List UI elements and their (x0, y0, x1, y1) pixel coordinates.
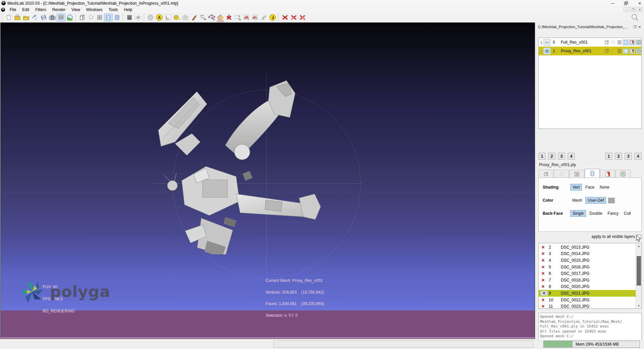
tab-points-icon[interactable] (554, 170, 569, 178)
raster-row[interactable]: ✕4DSC_0015.JPG (539, 257, 636, 264)
move-arrow-icon[interactable] (260, 13, 268, 21)
save-viewpoint-4[interactable]: 4 (568, 153, 575, 160)
scrollbar-thumb[interactable] (637, 256, 641, 286)
tab-smooth-icon[interactable] (585, 169, 600, 178)
layer-bbox-icon[interactable] (604, 48, 609, 54)
remove-raster-icon[interactable]: ✕ (541, 245, 549, 250)
show-layer-dialog-icon[interactable] (57, 13, 65, 21)
color-mesh-button[interactable]: Mesh (570, 197, 584, 203)
mdi-close-button[interactable]: ✕ (637, 7, 643, 12)
menu-tools[interactable]: Tools (106, 7, 121, 12)
3d-viewport[interactable]: polyga FOV: 60 FPS: 56.5 BO_RENDERING Cu… (0, 22, 535, 339)
remove-raster-icon[interactable]: ✕ (541, 271, 549, 276)
delete-mesh-icon-3[interactable] (298, 13, 307, 21)
raster-row[interactable]: ✕5DSC_0016.JPG (539, 264, 636, 270)
layer-color-icon[interactable] (629, 40, 635, 45)
raster-scrollbar[interactable]: ▲ ▼ (636, 243, 641, 308)
layer-row-full-res[interactable]: ❯ 0 Full_Res_v001 (539, 38, 641, 47)
dock-title-bar[interactable]: C:/Meshlab_Projection_Tutorial/Meshlab_P… (536, 23, 644, 30)
select-all-faces-icon[interactable] (251, 13, 260, 21)
select-rect-icon[interactable] (233, 13, 242, 21)
layer-smooth-icon[interactable] (623, 48, 629, 54)
georef-apple-icon[interactable]: GEOREF (216, 13, 225, 21)
select-faces-icon[interactable] (242, 13, 251, 21)
mdi-restore-button[interactable]: ❐ (630, 7, 636, 12)
bbox-icon[interactable] (78, 13, 87, 21)
points-icon[interactable] (87, 13, 95, 21)
snapshot-camera-icon[interactable] (48, 13, 57, 21)
close-button[interactable] (637, 1, 642, 6)
raster-align-icon[interactable] (207, 13, 216, 21)
info-icon[interactable]: i (268, 13, 277, 21)
menu-render[interactable]: Render (49, 7, 68, 12)
scroll-up-icon[interactable]: ▲ (636, 243, 642, 249)
remove-raster-icon[interactable]: ✕ (541, 304, 549, 309)
layer-stack-icon[interactable] (125, 13, 134, 21)
layer-points-icon[interactable] (610, 48, 616, 54)
expand-arrow-icon[interactable]: ❯ (539, 49, 543, 53)
layer-color-icon[interactable] (629, 48, 635, 54)
new-document-icon[interactable] (4, 13, 13, 21)
axis-icon[interactable] (134, 13, 143, 21)
load-viewpoint-2[interactable]: 2 (615, 153, 622, 160)
raster-row[interactable]: ✕7DSC_0018.JPG (539, 277, 636, 284)
background-globe-icon[interactable] (65, 13, 74, 21)
point-picking-icon[interactable] (199, 13, 207, 21)
measure-tape-icon[interactable] (172, 13, 181, 21)
copy-viewpoint-camera-icon[interactable] (181, 13, 190, 21)
trackball-icon[interactable] (146, 13, 155, 21)
search-icon[interactable] (631, 13, 639, 21)
z-painting-brush-icon[interactable] (190, 13, 199, 21)
dock-close-icon[interactable]: ✕ (637, 24, 642, 29)
remove-raster-icon[interactable]: ✕ (541, 291, 547, 296)
menu-edit[interactable]: Edit (19, 7, 32, 12)
layer-bbox-icon[interactable] (604, 40, 609, 45)
eye-closed-icon[interactable] (543, 39, 551, 46)
mesh-model[interactable] (125, 73, 333, 254)
axes-corner-icon[interactable] (164, 13, 172, 21)
color-userdef-button[interactable]: User-Def (585, 197, 606, 204)
layer-points-icon[interactable] (610, 40, 616, 45)
reload-icon[interactable] (31, 13, 39, 21)
raster-row[interactable]: ✕10DSC_0022.JPG (539, 297, 636, 303)
delete-mesh-icon-1[interactable] (281, 13, 289, 21)
userdef-color-swatch[interactable] (608, 198, 615, 203)
remove-raster-icon[interactable]: ✕ (541, 284, 549, 289)
flat-shading-icon[interactable] (113, 13, 121, 21)
mdi-minimize-button[interactable]: – (624, 7, 629, 12)
raster-row[interactable]: ✕6DSC_0017.JPG (539, 270, 636, 277)
import-mesh-icon[interactable] (22, 13, 31, 21)
layer-texture-icon[interactable] (636, 40, 641, 45)
remove-raster-icon[interactable]: ✕ (541, 258, 549, 263)
save-viewpoint-1[interactable]: 1 (538, 153, 546, 160)
raster-row[interactable]: ✕8DSC_0020.JPG (539, 284, 636, 290)
eye-open-icon[interactable] (543, 48, 551, 54)
tab-color-icon[interactable] (600, 170, 615, 178)
raster-row-selected[interactable]: ✕9DSC_0021.JPG (539, 290, 636, 297)
layer-texture-icon[interactable] (636, 48, 641, 54)
load-viewpoint-1[interactable]: 1 (605, 153, 612, 160)
menu-view[interactable]: View (68, 7, 83, 12)
scroll-down-icon[interactable]: ▼ (636, 303, 642, 308)
dock-float-icon[interactable]: ❐ (633, 24, 637, 29)
remove-raster-icon[interactable]: ✕ (541, 265, 549, 269)
load-viewpoint-3[interactable]: 3 (625, 153, 632, 160)
backface-fancy-button[interactable]: Fancy (605, 210, 621, 216)
save-viewpoint-3[interactable]: 3 (558, 153, 565, 160)
delete-mesh-icon-2[interactable] (289, 13, 298, 21)
minimize-button[interactable] (610, 1, 615, 6)
remove-raster-icon[interactable]: ✕ (541, 251, 549, 256)
raster-row[interactable]: ✕11DSC_0023.JPG (539, 303, 636, 309)
wireframe-icon[interactable] (95, 13, 104, 21)
menu-file[interactable]: File (7, 7, 19, 12)
tab-wireframe-icon[interactable] (569, 170, 584, 178)
delete-point-icon[interactable] (225, 13, 233, 21)
save-icon[interactable] (39, 13, 48, 21)
tab-bbox-icon[interactable] (538, 170, 553, 178)
raster-row[interactable]: ✕3DSC_0014.JPG (539, 251, 636, 257)
menu-filters[interactable]: Filters (32, 7, 49, 12)
backface-single-button[interactable]: Single (570, 210, 586, 217)
layer-smooth-icon[interactable] (623, 40, 629, 45)
layer-wireframe-icon[interactable] (616, 40, 622, 45)
menu-help[interactable]: Help (121, 7, 136, 12)
